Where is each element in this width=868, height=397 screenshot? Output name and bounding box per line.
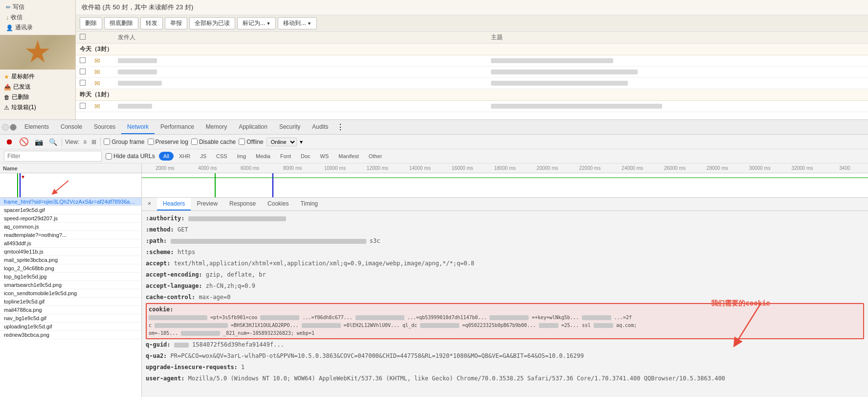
disable-cache-checkbox[interactable]: Disable cache (191, 139, 236, 145)
record-network-button[interactable]: ⏺ (4, 137, 15, 147)
file-item[interactable]: mail4788ca.png (0, 306, 141, 314)
tab-memory[interactable]: Memory (200, 120, 233, 134)
preserve-log-checkbox[interactable]: Preserve log (148, 139, 188, 145)
file-item[interactable]: all493ddf.js (0, 239, 141, 248)
email-row[interactable]: ✉ (76, 55, 868, 67)
delete-button[interactable]: 删除 (80, 17, 102, 29)
tab-performance[interactable]: Performance (155, 120, 200, 134)
forward-button[interactable]: 转发 (140, 17, 163, 29)
filter-css[interactable]: CSS (212, 152, 232, 161)
mark-read-button[interactable]: 全部标为已读 (189, 17, 235, 29)
file-item[interactable]: smartsearch1e9c5d.png (0, 281, 141, 289)
starred-folder[interactable]: ★ 星标邮件 (2, 71, 73, 82)
file-item[interactable]: aq_common.js (0, 223, 141, 231)
request-tabs: × Headers Preview Response Cookies Timin… (142, 198, 868, 211)
file-item[interactable]: logo_2_04c68bb.png (0, 264, 141, 273)
mark-as-dropdown[interactable]: 标记为... (237, 17, 276, 29)
email-client: ✏ 写信 ↓ 收信 👤 通讯录 ★ 星标邮件 📤 已发送 (0, 0, 868, 120)
clear-button[interactable]: 🚫 (18, 137, 30, 147)
tab-application[interactable]: Application (233, 120, 273, 134)
tab-security[interactable]: Security (273, 120, 306, 134)
stop-button[interactable] (10, 124, 17, 131)
email-checkbox[interactable] (80, 103, 86, 109)
tab-network[interactable]: Network (121, 120, 155, 134)
file-item[interactable]: frame_html?sid=ojiei3LQh2VczAxS&r=af24df… (0, 198, 141, 206)
filter-all[interactable]: All (159, 152, 174, 161)
email-row[interactable]: ✉ (76, 78, 868, 89)
maple-leaf-icon (25, 40, 50, 65)
tab-headers[interactable]: Headers (157, 198, 191, 210)
dropdown-chevron: ▾ (300, 139, 303, 145)
view-large-icon[interactable]: ⊞ (90, 138, 97, 146)
sender-blurred (118, 81, 162, 86)
filter-input[interactable] (4, 151, 102, 162)
file-item[interactable]: uploading1e9c5d.gif (0, 323, 141, 331)
file-item[interactable]: nav_bg1e9c5d.gif (0, 314, 141, 323)
report-button[interactable]: 举报 (165, 17, 187, 29)
file-item[interactable]: mail_sprite3bcbca.png (0, 256, 141, 264)
offline-checkbox[interactable]: Offline (239, 139, 263, 145)
email-row[interactable]: ✉ (76, 67, 868, 78)
contacts-button[interactable]: 👤 通讯录 (4, 23, 71, 33)
filter-font[interactable]: Font (276, 152, 295, 161)
filter-xhr[interactable]: XHR (175, 152, 195, 161)
group-frame-checkbox[interactable]: Group frame (104, 139, 144, 145)
compose-button[interactable]: ✏ 写信 (4, 2, 71, 12)
camera-button[interactable]: 📷 (33, 138, 45, 146)
email-checkbox[interactable] (80, 69, 86, 74)
filter-media[interactable]: Media (251, 152, 275, 161)
email-checkbox[interactable] (80, 80, 86, 86)
sidebar-folders: ★ 星标邮件 📤 已发送 🗑 已删除 ⚠ 垃圾箱(1) (0, 70, 75, 115)
filter-img[interactable]: Img (233, 152, 250, 161)
close-detail-button[interactable]: × (142, 198, 157, 210)
tab-audits[interactable]: Audits (306, 120, 334, 134)
tick-8: 18000 ms (484, 165, 526, 171)
hide-urls-checkbox[interactable]: Hide data URLs (106, 153, 155, 160)
email-checkbox[interactable] (80, 57, 86, 63)
tick-0: 2000 ms (144, 165, 186, 171)
file-item[interactable]: top_bg1e9c5d.jpg (0, 273, 141, 281)
throttle-dropdown[interactable]: Online (267, 138, 297, 146)
tab-cookies[interactable]: Cookies (262, 198, 294, 210)
file-item[interactable]: icon_sendtomobile1e9c5d.png (0, 289, 141, 298)
name-column-header: Name (0, 163, 141, 173)
dom-content-loaded-line (17, 173, 18, 197)
tab-response[interactable]: Response (223, 198, 262, 210)
timeline-ruler: 2000 ms 4000 ms 6000 ms 8000 ms 10000 ms… (142, 163, 868, 173)
tab-preview[interactable]: Preview (191, 198, 223, 210)
file-item[interactable]: topline1e9c5d.gif (0, 298, 141, 306)
email-sidebar: ✏ 写信 ↓ 收信 👤 通讯录 ★ 星标邮件 📤 已发送 (0, 0, 76, 119)
tick-13: 28000 ms (696, 165, 738, 171)
file-item[interactable]: rednew3bcbca.png (0, 331, 141, 339)
sender-blurred (118, 58, 157, 63)
spam-folder[interactable]: ⚠ 垃圾箱(1) (2, 102, 73, 113)
record-button[interactable] (2, 124, 9, 131)
file-item[interactable]: readtemplate?=nothing?... (0, 231, 141, 239)
tab-sources[interactable]: Sources (88, 120, 121, 134)
receive-button[interactable]: ↓ 收信 (4, 12, 71, 23)
email-main: 收件箱 (共 50 封，其中 未读邮件 23 封) 删除 彻底删除 转发 举报 … (76, 0, 868, 119)
email-row[interactable]: ✉ (76, 101, 868, 112)
filter-manifest[interactable]: Manifest (334, 152, 363, 161)
tab-timing[interactable]: Timing (294, 198, 324, 210)
filter-other[interactable]: Other (364, 152, 387, 161)
more-tabs-icon[interactable]: ⋮ (336, 122, 344, 132)
select-all-checkbox[interactable] (80, 34, 94, 41)
filter-ws[interactable]: WS (316, 152, 334, 161)
tab-console[interactable]: Console (55, 120, 88, 134)
filter-doc[interactable]: Doc (296, 152, 315, 161)
sent-folder[interactable]: 📤 已发送 (2, 82, 73, 92)
move-to-dropdown[interactable]: 移动到... (278, 17, 316, 29)
search-button[interactable]: 🔍 (47, 138, 59, 146)
tick-16: 3400 (823, 165, 866, 171)
view-list-icon[interactable]: ≡ (82, 138, 88, 146)
tab-elements[interactable]: Elements (19, 120, 55, 134)
header-upgrade-insecure: upgrade-insecure-requests: 1 (146, 362, 864, 373)
delete-all-button[interactable]: 彻底删除 (104, 17, 138, 29)
file-item[interactable]: spacer1e9c5d.gif (0, 206, 141, 214)
trash-folder[interactable]: 🗑 已删除 (2, 92, 73, 102)
file-item[interactable]: qmtool49e11b.js (0, 248, 141, 256)
email-table-header: 发件人 主题 (76, 32, 868, 44)
file-item[interactable]: speed-report29d207.js (0, 214, 141, 223)
filter-js[interactable]: JS (196, 152, 211, 161)
